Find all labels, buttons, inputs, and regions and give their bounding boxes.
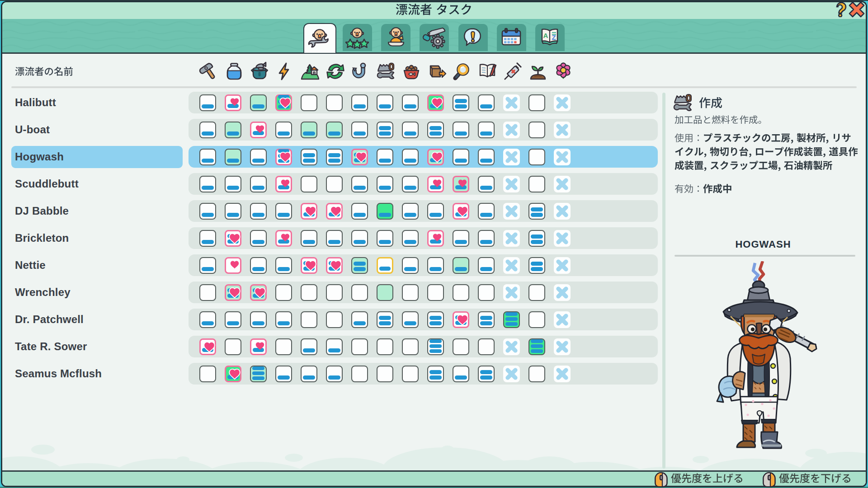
svg-text:A: A — [543, 32, 548, 39]
